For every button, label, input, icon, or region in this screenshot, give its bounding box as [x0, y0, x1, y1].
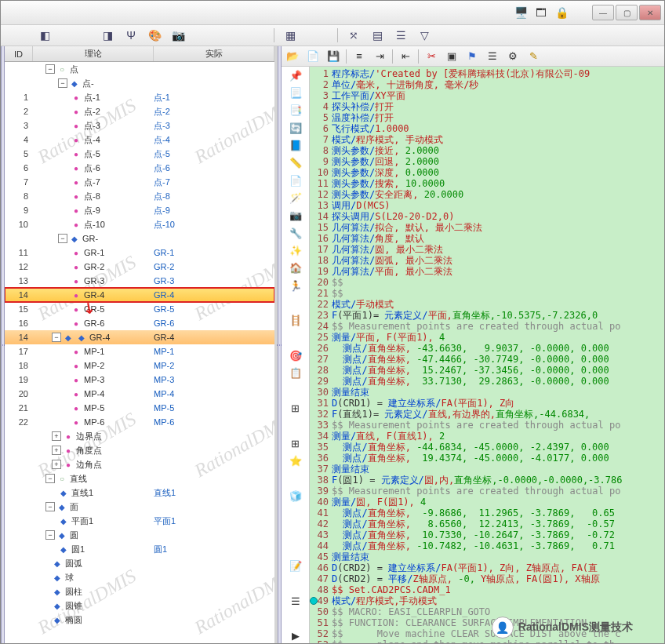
- header-theory[interactable]: 理论: [33, 46, 154, 61]
- tree-row[interactable]: 9●点-9点-9: [5, 203, 274, 217]
- code-line[interactable]: 30测量结束: [310, 387, 664, 398]
- tree-row[interactable]: 3●点-3点-3: [5, 118, 274, 133]
- filter-icon[interactable]: ▽: [416, 27, 432, 43]
- expand-toggle[interactable]: +: [52, 446, 61, 455]
- tree-row[interactable]: 7●点-7点-7: [5, 175, 274, 189]
- code-line[interactable]: 27 测点/直角坐标, -47.4466, -30.7749, -0.0000,…: [310, 354, 664, 365]
- stairs-icon[interactable]: 🪜: [287, 314, 304, 328]
- code-line[interactable]: 31D(CRD1) = 建立坐标系/FA(平面1), Z向: [310, 398, 664, 409]
- maximize-button[interactable]: ▢: [616, 5, 638, 20]
- folder-open-icon[interactable]: 📂: [285, 49, 300, 64]
- tree-row[interactable]: +●边角点: [5, 457, 274, 471]
- tree-row[interactable]: 2●点-2点-2: [5, 104, 274, 118]
- doc3-icon[interactable]: 📄: [287, 173, 304, 187]
- expand-toggle[interactable]: −: [58, 234, 67, 243]
- doc-line-icon[interactable]: 📃: [287, 86, 304, 100]
- star-icon[interactable]: ⭐: [287, 453, 304, 468]
- palette-icon[interactable]: 🎨: [147, 27, 162, 43]
- tree-row[interactable]: 22●MP-6MP-6: [5, 415, 274, 429]
- lines-icon[interactable]: ☰: [485, 49, 500, 64]
- outdent-icon[interactable]: ⇤: [398, 49, 413, 64]
- code-line[interactable]: 25测量/平面, F(平面1), 4: [310, 332, 664, 343]
- panel-icon[interactable]: ▦: [282, 27, 298, 43]
- flag-icon[interactable]: ⚑: [464, 49, 480, 64]
- expand-toggle[interactable]: −: [52, 333, 61, 342]
- code-line[interactable]: 14探头调用/S(L20-20-D2,0): [310, 211, 664, 222]
- grid-icon[interactable]: ▤: [369, 27, 385, 43]
- tree-row[interactable]: +●角度点: [5, 443, 274, 457]
- code-line[interactable]: 28 测点/直角坐标, 15.2467, -37.3456, -0.0000, …: [310, 365, 664, 376]
- pencil-icon[interactable]: ✎: [525, 49, 541, 64]
- header-id[interactable]: ID: [5, 46, 33, 61]
- tree-row[interactable]: 20●MP-4MP-4: [5, 387, 274, 401]
- tree-row[interactable]: 14−◆◆GR-4GR-4: [5, 330, 274, 344]
- home-icon[interactable]: 🏠: [287, 261, 304, 275]
- indent-icon[interactable]: ⇥: [372, 49, 387, 64]
- code-line[interactable]: 36 测点/直角坐标, 19.4374, -45.0000, -4.0177, …: [310, 453, 664, 464]
- gear-icon[interactable]: ⚙: [505, 49, 521, 64]
- close-button[interactable]: ✕: [639, 5, 661, 20]
- doc4-icon[interactable]: 📋: [287, 366, 304, 380]
- play-icon[interactable]: ▶: [287, 629, 304, 643]
- code-line[interactable]: 4探头补偿/打开: [310, 101, 664, 112]
- wand-icon[interactable]: 🪄: [287, 191, 304, 205]
- layers-icon[interactable]: ☰: [393, 27, 409, 43]
- code-line[interactable]: 19几何算法/平面, 最小二乘法: [310, 266, 664, 277]
- cube3-icon[interactable]: 🧊: [287, 489, 304, 503]
- minimize-button[interactable]: —: [592, 5, 614, 20]
- cube2-icon[interactable]: ◨: [100, 27, 115, 43]
- camera2-icon[interactable]: 📷: [287, 209, 304, 223]
- code-line[interactable]: 23F(平面1)= 元素定义/平面,直角坐标,-10.5375,-7.2326,…: [310, 310, 664, 321]
- tree-row[interactable]: ◆直线1直线1: [5, 486, 274, 500]
- tree-row[interactable]: ◆圆弧: [5, 556, 274, 570]
- code-line[interactable]: 8测头参数/接近, 2.0000: [310, 145, 664, 156]
- wrench-icon[interactable]: 🔧: [287, 226, 304, 240]
- code-line[interactable]: 21$$: [310, 288, 664, 299]
- sparkle-icon[interactable]: ✨: [287, 243, 304, 257]
- tree-row[interactable]: ◆圆柱: [5, 584, 274, 599]
- tree-row[interactable]: ◆圆1圆1: [5, 542, 274, 556]
- list-icon[interactable]: ≡: [351, 49, 367, 64]
- expand-toggle[interactable]: −: [58, 78, 67, 88]
- doc-bullet-icon[interactable]: 📑: [287, 104, 304, 118]
- tree-row[interactable]: −◆点-: [5, 76, 274, 90]
- code-line[interactable]: 24$$ Measurement points are created thro…: [310, 321, 664, 332]
- code-line[interactable]: 33$$ Measurement points are created thro…: [310, 420, 664, 431]
- code-line[interactable]: 45测量结束: [310, 551, 664, 562]
- code-line[interactable]: 18几何算法/圆弧, 最小二乘法: [310, 255, 664, 266]
- expand-toggle[interactable]: +: [52, 431, 61, 441]
- code-line[interactable]: 41 测点/直角坐标, -9.8686, 11.2965, -3.7869, 0…: [310, 508, 664, 518]
- add-doc-icon[interactable]: 📝: [287, 558, 304, 573]
- code-line[interactable]: 43 测点/直角坐标, 10.7330, -10.2647, -3.7869, …: [310, 529, 664, 540]
- refresh-icon[interactable]: 🔄: [287, 121, 304, 135]
- code-line[interactable]: 26 测点/直角坐标, -43.6630, 9.9037, -0.0000, 0…: [310, 343, 664, 354]
- tree-row[interactable]: 19●MP-3MP-3: [5, 373, 274, 387]
- expand-toggle[interactable]: +: [52, 460, 61, 469]
- ruler-icon[interactable]: 📏: [287, 156, 304, 170]
- tuning-fork-icon[interactable]: Ψ: [123, 27, 139, 43]
- cube-icon[interactable]: ◧: [37, 27, 53, 43]
- save-icon[interactable]: 💾: [325, 49, 341, 64]
- code-line[interactable]: 20$$: [310, 277, 664, 288]
- code-line[interactable]: 5温度补偿/打开: [310, 112, 664, 123]
- tree-row[interactable]: 18●MP-2MP-2: [5, 358, 274, 373]
- run-icon[interactable]: 🏃: [287, 278, 304, 293]
- code-line[interactable]: 2单位/毫米, 十进制角度, 毫米/秒: [310, 79, 664, 90]
- screen-icon[interactable]: 🗔: [532, 4, 550, 21]
- code-line[interactable]: 7模式/程序模式, 手动模式: [310, 134, 664, 145]
- list2-icon[interactable]: ☰: [287, 594, 304, 608]
- code-line[interactable]: 48$$ Set.CAD2PCS.CADM_1: [310, 584, 664, 595]
- code-line[interactable]: 10测头参数/深度, 0.0000: [310, 167, 664, 178]
- tree-row[interactable]: 4●点-4点-4: [5, 133, 274, 147]
- code-line[interactable]: 35 测点/直角坐标, -44.6834, -45.0000, -2.4397,…: [310, 442, 664, 453]
- tree-row[interactable]: ◆球: [5, 570, 274, 584]
- plus-box-icon[interactable]: ⊞: [287, 401, 304, 415]
- tree-body[interactable]: ↘ −○点−◆点-1●点-1点-12●点-2点-23●点-3点-34●点-4点-…: [5, 62, 274, 643]
- tree-row[interactable]: +●边界点: [5, 429, 274, 443]
- code-line[interactable]: 44 测点/直角坐标, -10.7482, -10.4631, -3.7869,…: [310, 540, 664, 551]
- expand-toggle[interactable]: −: [45, 64, 55, 74]
- camera-icon[interactable]: 📷: [170, 27, 186, 43]
- code-line[interactable]: 15几何算法/拟合, 默认, 最小二乘法: [310, 222, 664, 233]
- tree-row[interactable]: −◆GR-: [5, 231, 274, 246]
- disk-lock-icon[interactable]: 🔒: [553, 4, 570, 21]
